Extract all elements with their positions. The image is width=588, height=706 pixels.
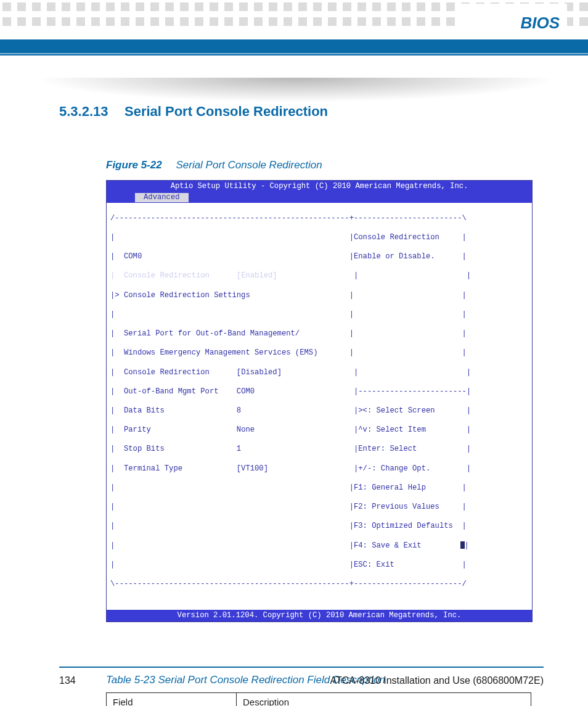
section-heading: 5.3.2.13 Serial Port Console Redirection — [59, 104, 544, 120]
bios-db-label: Data Bits — [124, 406, 165, 415]
field-description-table: Field Description Console RedirectionCon… — [106, 692, 531, 706]
bios-key-6: F2: Previous Values — [354, 503, 439, 511]
bios-screenshot: Aptio Setup Utility - Copyright (C) 2010… — [106, 180, 533, 622]
bios-body: /---------------------------------------… — [107, 203, 532, 610]
bios-tt-value: [VT100] — [237, 464, 268, 473]
bios-tab-row: Advanced — [107, 193, 532, 203]
bios-console-redirection-settings[interactable]: |> Console Redirection Settings | | — [107, 291, 532, 301]
bios-key-3: Enter: Select — [358, 445, 417, 453]
bios-key-1: ><: Select Screen — [358, 406, 435, 415]
section-title: Serial Port Console Redirection — [125, 104, 328, 119]
bios-tt-label: Terminal Type — [124, 464, 182, 473]
bios-sp-line1: Serial Port for Out-of-Band Management/ — [124, 329, 300, 338]
bios-sb-label: Stop Bits — [124, 445, 165, 453]
table-header-description: Description — [237, 693, 531, 706]
figure-caption: Figure 5-22 Serial Port Console Redirect… — [106, 159, 544, 171]
bios-key-5: F1: General Help — [354, 483, 426, 492]
bios-cursor — [460, 541, 465, 549]
figure-label: Figure 5-22 — [106, 159, 162, 171]
bios-par-label: Parity — [124, 425, 151, 434]
bios-key-8: F4: Save & Exit — [354, 541, 422, 550]
bios-help-line1: Console Redirection — [354, 233, 439, 242]
bios-bottom-bar: Version 2.01.1204. Copyright (C) 2010 Am… — [107, 610, 532, 622]
bios-key-7: F3: Optimized Defaults — [354, 522, 453, 530]
footer-page-number: 134 — [59, 675, 76, 686]
bios-cr2-value: [Disabled] — [237, 368, 282, 377]
header-blue-bar — [0, 39, 588, 53]
footer-rule — [59, 667, 544, 668]
header-shadow — [33, 78, 558, 102]
table-header-row: Field Description — [107, 693, 531, 706]
header-title: BIOS — [520, 14, 560, 33]
bios-tab-advanced[interactable]: Advanced — [135, 193, 189, 203]
bios-oob-label: Out-of-Band Mgmt Port — [124, 387, 219, 396]
figure-caption-text: Serial Port Console Redirection — [176, 159, 322, 171]
bios-cr2-label: Console Redirection — [124, 368, 210, 377]
bios-sp-line2: Windows Emergency Management Services (E… — [124, 348, 318, 357]
section-number: 5.3.2.13 — [59, 104, 108, 120]
bios-key-4: +/-: Change Opt. — [358, 464, 430, 473]
bios-top-bar: Aptio Setup Utility - Copyright (C) 2010… — [107, 181, 532, 193]
header-blue-rule — [0, 54, 588, 55]
footer-doc-id: ATCA-8310 Installation and Use (6806800M… — [330, 675, 544, 686]
bios-help-line2: Enable or Disable. — [354, 252, 435, 261]
bios-sb-value: 1 — [237, 445, 241, 453]
bios-key-2: ^v: Select Item — [358, 425, 426, 434]
bios-console-redirection-row[interactable]: | Console Redirection [Enabled] | | — [107, 271, 532, 281]
bios-db-value: 8 — [237, 406, 241, 415]
footer: 134 ATCA-8310 Installation and Use (6806… — [59, 675, 544, 686]
bios-oob-value: COM0 — [237, 387, 255, 396]
bios-com0: COM0 — [124, 252, 142, 261]
table-header-field: Field — [107, 693, 237, 706]
bios-key-9: ESC: Exit — [354, 560, 394, 569]
bios-par-value: None — [237, 425, 255, 434]
header-dots — [0, 0, 588, 30]
